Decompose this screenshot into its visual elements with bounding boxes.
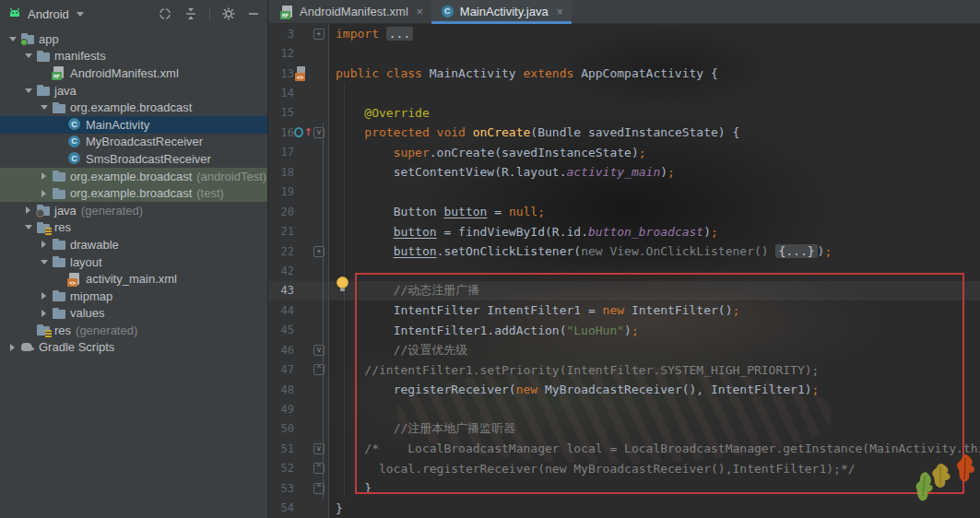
tree-item-manifests[interactable]: manifests [0,48,267,65]
tree-item-label: res [54,220,71,234]
line-number: 44 [268,304,294,317]
tree-item-mybroadcastreceiver[interactable]: CMyBroadcastReceiver [0,134,267,151]
code-token: AppCompatActivity { [581,66,718,80]
tree-item-mipmap[interactable]: mipmap [0,288,267,305]
tree-item-res-generated[interactable]: res(generated) [0,322,267,339]
chevron-expanded-icon[interactable] [6,32,19,46]
tree-item-label: java [54,204,77,218]
chevron-spacer [53,272,66,286]
code-line-12: 12 [268,43,980,63]
chevron-down-icon[interactable] [77,12,84,17]
line-number: 43 [268,284,294,297]
tree-item-label: app [39,32,59,46]
chevron-collapsed-icon[interactable] [6,340,19,354]
code-text[interactable]: protected void onCreate(Bundle savedInst… [329,125,739,139]
tree-item-app[interactable]: app [0,30,267,48]
tree-item-androidmanifest-xml[interactable]: MFAndroidManifest.xml [0,65,267,82]
gutter: 17 [268,143,329,162]
toolbar-divider [209,7,210,20]
close-icon[interactable]: × [417,6,423,18]
class-letter: C [442,6,454,18]
tree-item-org-example-broadcast-test[interactable]: org.example.broadcast(test) [0,184,267,202]
manifest-file-icon: MF [51,65,67,80]
gutter-icon-spacer [294,145,313,159]
chevron-expanded-icon[interactable] [21,84,35,98]
code-text[interactable]: } [329,501,343,515]
android-studio-window: Android [0,0,980,518]
code-token: .onCreate(savedInstanceState) [430,146,639,159]
gutter-icon-spacer [294,383,313,397]
code-text[interactable]: super.onCreate(savedInstanceState); [329,146,646,159]
tree-item-label: MyBroadcastReceiver [86,135,203,148]
code-token: ... [386,27,413,41]
tab-mainactivity-java[interactable]: CMainActivity.java× [431,0,572,23]
tree-item-label: mipmap [70,289,112,303]
tree-item-suffix: (generated) [81,204,143,218]
xml-badge: <> [295,73,305,81]
tree-item-layout[interactable]: layout [0,253,267,271]
intention-bulb-icon[interactable] [337,277,348,291]
line-number: 3 [268,28,294,41]
chevron-collapsed-icon[interactable] [37,238,51,252]
gutter: 54 [268,499,329,518]
tree-item-activity-main-xml[interactable]: <>activity_main.xml [0,270,267,288]
android-icon [7,6,22,21]
gutter: 50 [268,419,329,439]
code-text[interactable]: setContentView(R.layout.activity_main); [329,165,675,179]
gutter-icon-spacer [294,441,313,456]
tree-item-java-generated[interactable]: java(generated) [0,202,267,219]
code-text[interactable]: button = findViewById(R.id.button_broadc… [329,225,718,239]
tab-androidmanifest-xml[interactable]: MFAndroidManifest.xml× [271,0,431,23]
res-icon [35,220,52,235]
chevron-collapsed-icon[interactable] [37,289,51,303]
tree-item-org-example-broadcast[interactable]: org.example.broadcast [0,99,267,116]
tree-item-drawable[interactable]: drawable [0,236,267,253]
code-token: super [394,146,430,159]
editor-body[interactable]: 3+import ...1213<>public class MainActiv… [268,24,980,518]
locate-icon[interactable] [158,6,172,21]
tree-item-java[interactable]: java [0,82,267,100]
line-number: 22 [268,245,294,258]
code-token: .setOnClickListener( [437,244,582,258]
code-text[interactable]: Button button = null; [329,205,545,218]
chevron-collapsed-icon[interactable] [37,186,51,200]
collapse-all-icon[interactable] [183,6,198,21]
gutter-icon-spacer [294,244,313,259]
tree-item-smsbroadcastreceiver[interactable]: CSmsBroadcastReceiver [0,150,267,168]
manifest-file-icon: MF [279,5,294,19]
code-text[interactable]: button.setOnClickListener(new View.OnCli… [329,244,832,258]
chevron-collapsed-icon[interactable] [21,204,35,218]
gutter-icon-spacer [294,421,313,436]
manifest-badge: MF [52,72,62,80]
override-method-icon[interactable]: ↑ [294,125,313,140]
gutter: 12 [268,43,329,63]
tree-item-label: drawable [70,238,119,252]
code-text[interactable]: public class MainActivity extends AppCom… [329,66,718,80]
close-icon[interactable]: × [557,6,563,18]
chevron-expanded-icon[interactable] [21,220,35,234]
chevron-collapsed-icon[interactable] [37,306,51,320]
fold-marker-plus[interactable]: + [313,29,325,40]
chevron-expanded-icon[interactable] [21,49,35,63]
layout-file-icon[interactable]: <> [294,66,313,81]
settings-icon[interactable] [221,6,236,21]
tree-item-values[interactable]: values [0,305,267,323]
folder-icon [35,49,52,64]
chevron-collapsed-icon[interactable] [37,170,51,183]
code-token: Button [394,205,444,218]
code-token: extends [524,66,582,80]
gutter: 21 [268,221,329,241]
gutter: 22+ [268,241,329,261]
hide-panel-icon[interactable] [247,7,260,20]
chevron-expanded-icon[interactable] [37,255,51,269]
tree-item-mainactivity[interactable]: CMainActivity [0,116,267,134]
code-text[interactable]: import ... [329,27,413,41]
code-token: ; [711,225,718,239]
chevron-expanded-icon[interactable] [37,100,51,114]
tree-item-org-example-broadcast-androidtest[interactable]: org.example.broadcast(androidTest) [0,168,267,185]
tree-item-res[interactable]: res [0,219,267,237]
tree-item-gradle-scripts[interactable]: Gradle Scripts [0,339,267,357]
editor-tabs: MFAndroidManifest.xml×CMainActivity.java… [268,0,980,24]
editor-area: MFAndroidManifest.xml×CMainActivity.java… [268,0,980,518]
tab-label: AndroidManifest.xml [300,5,408,18]
